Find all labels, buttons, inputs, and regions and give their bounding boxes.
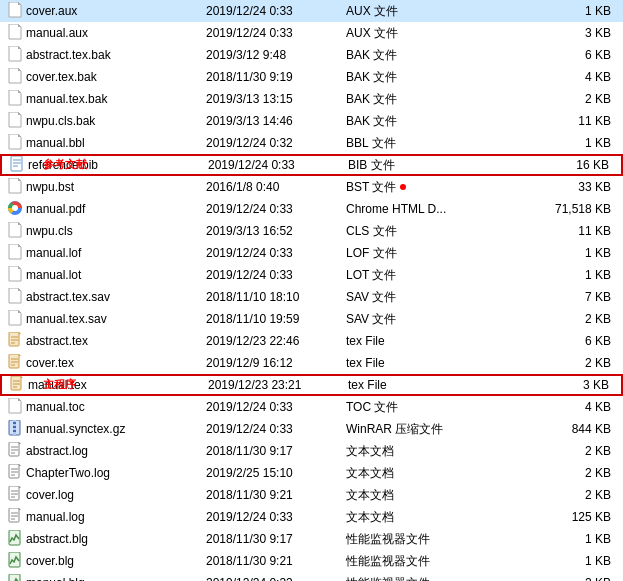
file-name: cover.log bbox=[26, 488, 206, 502]
file-icon bbox=[4, 464, 26, 483]
file-size: 1 KB bbox=[539, 268, 619, 282]
table-row[interactable]: manual.lot2019/12/24 0:33LOT 文件1 KB bbox=[0, 264, 623, 286]
file-name: abstract.tex.bak bbox=[26, 48, 206, 62]
file-icon bbox=[4, 332, 26, 351]
file-icon bbox=[4, 442, 26, 461]
table-row[interactable]: nwpu.bst2016/1/8 0:40BST 文件33 KB bbox=[0, 176, 623, 198]
table-row[interactable]: abstract.log2018/11/30 9:17文本文档2 KB bbox=[0, 440, 623, 462]
table-row[interactable]: manual.aux2019/12/24 0:33AUX 文件3 KB bbox=[0, 22, 623, 44]
file-date: 2019/12/23 23:21 bbox=[208, 378, 348, 392]
file-name: manual.synctex.gz bbox=[26, 422, 206, 436]
file-type: AUX 文件 bbox=[346, 25, 539, 42]
file-type: tex File bbox=[346, 356, 539, 370]
table-row[interactable]: cover.log2018/11/30 9:21文本文档2 KB bbox=[0, 484, 623, 506]
table-row[interactable]: manual.synctex.gz2019/12/24 0:33WinRAR 压… bbox=[0, 418, 623, 440]
file-name: cover.aux bbox=[26, 4, 206, 18]
svg-marker-5 bbox=[18, 46, 21, 49]
table-row[interactable]: cover.tex.bak2018/11/30 9:19BAK 文件4 KB bbox=[0, 66, 623, 88]
table-row[interactable]: cover.tex2019/12/9 16:12tex File2 KB bbox=[0, 352, 623, 374]
file-date: 2018/11/30 9:21 bbox=[206, 554, 346, 568]
file-name: cover.tex bbox=[26, 356, 206, 370]
table-row[interactable]: manual.lof2019/12/24 0:33LOF 文件1 KB bbox=[0, 242, 623, 264]
file-type: tex File bbox=[346, 334, 539, 348]
table-row[interactable]: nwpu.cls2019/3/13 16:52CLS 文件11 KB bbox=[0, 220, 623, 242]
file-icon bbox=[4, 508, 26, 527]
file-icon bbox=[4, 2, 26, 21]
file-name: nwpu.cls bbox=[26, 224, 206, 238]
file-icon bbox=[4, 134, 26, 153]
file-size: 2 KB bbox=[539, 92, 619, 106]
file-name: manual.lot bbox=[26, 268, 206, 282]
file-type: 文本文档 bbox=[346, 509, 539, 526]
file-name: nwpu.bst bbox=[26, 180, 206, 194]
file-name: manual.lof bbox=[26, 246, 206, 260]
table-row[interactable]: reference.bib参考文献2019/12/24 0:33BIB 文件16… bbox=[0, 154, 623, 176]
file-size: 6 KB bbox=[539, 334, 619, 348]
table-row[interactable]: nwpu.cls.bak2019/3/13 14:46BAK 文件11 KB bbox=[0, 110, 623, 132]
table-row[interactable]: manual.toc2019/12/24 0:33TOC 文件4 KB bbox=[0, 396, 623, 418]
file-name: manual.tex.bak bbox=[26, 92, 206, 106]
svg-marker-3 bbox=[18, 24, 21, 27]
table-row[interactable]: manual.pdf2019/12/24 0:33Chrome HTML D..… bbox=[0, 198, 623, 220]
table-row[interactable]: manual.tex.sav2018/11/10 19:59SAV 文件2 KB bbox=[0, 308, 623, 330]
file-date: 2019/3/12 9:48 bbox=[206, 48, 346, 62]
table-row[interactable]: abstract.tex.sav2018/11/10 18:10SAV 文件7 … bbox=[0, 286, 623, 308]
svg-rect-42 bbox=[11, 376, 21, 390]
file-name: ChapterTwo.log bbox=[26, 466, 206, 480]
file-type: CLS 文件 bbox=[346, 223, 539, 240]
table-row[interactable]: abstract.tex.bak2019/3/12 9:48BAK 文件6 KB bbox=[0, 44, 623, 66]
file-size: 33 KB bbox=[539, 180, 619, 194]
file-date: 2016/1/8 0:40 bbox=[206, 180, 346, 194]
file-size: 2 KB bbox=[539, 466, 619, 480]
file-date: 2018/11/30 9:21 bbox=[206, 488, 346, 502]
table-row[interactable]: abstract.blg2018/11/30 9:17性能监视器文件1 KB bbox=[0, 528, 623, 550]
file-icon bbox=[6, 156, 28, 175]
table-row[interactable]: manual.bbl2019/12/24 0:32BBL 文件1 KB bbox=[0, 132, 623, 154]
file-type: SAV 文件 bbox=[346, 311, 539, 328]
table-row[interactable]: manual.log2019/12/24 0:33文本文档125 KB bbox=[0, 506, 623, 528]
file-name: abstract.tex bbox=[26, 334, 206, 348]
file-date: 2018/11/30 9:19 bbox=[206, 70, 346, 84]
file-size: 1 KB bbox=[539, 4, 619, 18]
file-size: 2 KB bbox=[539, 312, 619, 326]
svg-rect-64 bbox=[9, 486, 19, 500]
file-icon bbox=[4, 420, 26, 439]
file-name: manual.pdf bbox=[26, 202, 206, 216]
annotation-label: 参考文献 bbox=[43, 158, 87, 172]
file-size: 7 KB bbox=[539, 290, 619, 304]
file-icon bbox=[4, 486, 26, 505]
file-icon bbox=[4, 24, 26, 43]
file-size: 2 KB bbox=[539, 444, 619, 458]
file-size: 125 KB bbox=[539, 510, 619, 524]
file-type: WinRAR 压缩文件 bbox=[346, 421, 539, 438]
file-type: BBL 文件 bbox=[346, 135, 539, 152]
file-icon bbox=[4, 222, 26, 241]
file-date: 2018/11/10 19:59 bbox=[206, 312, 346, 326]
svg-rect-69 bbox=[9, 508, 19, 522]
svg-rect-51 bbox=[13, 422, 16, 424]
file-date: 2019/12/24 0:32 bbox=[206, 136, 346, 150]
file-icon bbox=[4, 530, 26, 549]
file-date: 2019/12/24 0:33 bbox=[206, 422, 346, 436]
file-name: cover.blg bbox=[26, 554, 206, 568]
file-icon bbox=[4, 90, 26, 109]
table-row[interactable]: cover.blg2018/11/30 9:21性能监视器文件1 KB bbox=[0, 550, 623, 572]
file-date: 2019/12/24 0:33 bbox=[206, 4, 346, 18]
red-dot-indicator bbox=[400, 184, 406, 190]
file-icon bbox=[4, 178, 26, 197]
table-row[interactable]: manual.tex.bak2019/3/13 13:15BAK 文件2 KB bbox=[0, 88, 623, 110]
file-type: BIB 文件 bbox=[348, 157, 537, 174]
file-date: 2019/3/13 13:15 bbox=[206, 92, 346, 106]
file-date: 2018/11/30 9:17 bbox=[206, 444, 346, 458]
file-size: 1 KB bbox=[539, 246, 619, 260]
table-row[interactable]: abstract.tex2019/12/23 22:46tex File6 KB bbox=[0, 330, 623, 352]
table-row[interactable]: cover.aux2019/12/24 0:33AUX 文件1 KB bbox=[0, 0, 623, 22]
table-row[interactable]: manual.tex主程序2019/12/23 23:21tex File3 K… bbox=[0, 374, 623, 396]
file-size: 3 KB bbox=[539, 26, 619, 40]
table-row[interactable]: manual.blg2019/12/24 0:33性能监视器文件2 KB bbox=[0, 572, 623, 581]
file-icon bbox=[4, 574, 26, 582]
file-icon bbox=[4, 552, 26, 571]
table-row[interactable]: ChapterTwo.log2019/2/25 15:10文本文档2 KB bbox=[0, 462, 623, 484]
file-date: 2019/12/9 16:12 bbox=[206, 356, 346, 370]
file-icon bbox=[4, 46, 26, 65]
